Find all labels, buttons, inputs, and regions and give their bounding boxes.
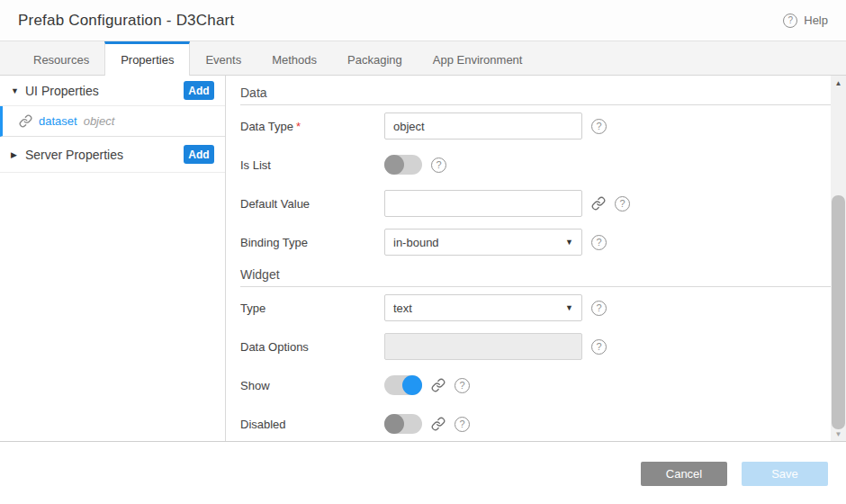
scroll-down-icon[interactable]: ▼ — [831, 427, 846, 441]
bind-link-icon — [19, 114, 32, 128]
help-icon[interactable]: ? — [591, 339, 607, 355]
tab-resources[interactable]: Resources — [18, 41, 104, 75]
toggle-knob — [402, 375, 422, 395]
field-label: Disabled — [240, 418, 384, 431]
tab-app-environment[interactable]: App Environment — [418, 41, 538, 75]
save-button[interactable]: Save — [742, 462, 828, 486]
chevron-down-icon: ▼ — [11, 86, 25, 95]
toggle-knob — [384, 414, 404, 434]
dialog-body: ▼ UI Properties Add dataset object ▶ Ser… — [0, 76, 846, 442]
sidebar-group-ui-properties[interactable]: ▼ UI Properties Add — [0, 76, 225, 106]
help-label: Help — [804, 14, 828, 27]
field-label: Default Value — [240, 197, 384, 211]
help-icon[interactable]: ? — [431, 158, 446, 173]
group-label: Server Properties — [25, 148, 184, 162]
tab-packaging[interactable]: Packaging — [332, 41, 418, 75]
required-asterisk: * — [296, 120, 301, 133]
binding-type-select[interactable]: in-bound ▼ — [384, 229, 582, 256]
section-title-data: Data — [240, 86, 841, 105]
section-title-widget: Widget — [240, 267, 841, 287]
bind-link-icon[interactable] — [591, 196, 606, 211]
field-row-data-type: Data Type* ? — [240, 112, 841, 140]
select-value: text — [393, 302, 412, 315]
scrollbar-thumb[interactable] — [832, 195, 845, 429]
add-server-property-button[interactable]: Add — [184, 145, 214, 164]
dropdown-arrow-icon: ▼ — [565, 238, 573, 247]
help-icon[interactable]: ? — [591, 119, 607, 134]
data-options-input — [384, 333, 582, 360]
tab-properties[interactable]: Properties — [104, 41, 190, 76]
chevron-right-icon: ▶ — [11, 150, 25, 159]
vertical-scrollbar[interactable]: ▲ ▼ — [831, 76, 846, 441]
field-row-default-value: Default Value ? — [240, 190, 841, 217]
is-list-toggle[interactable] — [384, 155, 422, 175]
cancel-button[interactable]: Cancel — [641, 462, 727, 486]
help-icon: ? — [783, 14, 797, 28]
default-value-input[interactable] — [384, 190, 582, 217]
tab-methods[interactable]: Methods — [256, 41, 332, 75]
group-label: UI Properties — [25, 84, 184, 98]
help-icon[interactable]: ? — [591, 301, 607, 316]
dropdown-arrow-icon: ▼ — [565, 303, 573, 312]
scroll-up-icon[interactable]: ▲ — [831, 76, 846, 90]
field-row-data-options: Data Options ? — [240, 333, 841, 360]
field-row-disabled: Disabled ? — [240, 410, 841, 437]
widget-type-select[interactable]: text ▼ — [384, 294, 582, 321]
tab-bar: Resources Properties Events Methods Pack… — [0, 41, 846, 76]
help-icon[interactable]: ? — [454, 378, 470, 393]
data-type-input[interactable] — [384, 112, 582, 140]
help-button[interactable]: ? Help — [783, 14, 828, 28]
help-icon[interactable]: ? — [591, 235, 607, 250]
field-row-type: Type text ▼ ? — [240, 294, 841, 321]
select-value: in-bound — [393, 236, 439, 249]
sidebar-item-dataset[interactable]: dataset object — [0, 106, 225, 137]
field-label: Show — [240, 379, 384, 392]
tab-events[interactable]: Events — [190, 41, 256, 75]
property-form: Data Data Type* ? Is List ? Default Valu… — [226, 76, 846, 441]
field-label: Is List — [240, 158, 384, 172]
prefab-configuration-dialog: Prefab Configuration - D3Chart ? Help Re… — [0, 0, 846, 504]
toggle-knob — [384, 155, 404, 175]
help-icon[interactable]: ? — [615, 196, 630, 212]
help-icon[interactable]: ? — [454, 417, 470, 432]
property-type: object — [84, 114, 115, 128]
properties-sidebar: ▼ UI Properties Add dataset object ▶ Ser… — [0, 76, 226, 441]
add-ui-property-button[interactable]: Add — [184, 81, 214, 100]
property-name: dataset — [39, 114, 77, 128]
bind-link-icon[interactable] — [431, 417, 446, 431]
bind-link-icon[interactable] — [431, 378, 446, 392]
field-row-show: Show ? — [240, 372, 841, 399]
sidebar-group-server-properties[interactable]: ▶ Server Properties Add — [0, 137, 225, 173]
dialog-header: Prefab Configuration - D3Chart ? Help — [0, 0, 846, 41]
field-row-binding-type: Binding Type in-bound ▼ ? — [240, 229, 841, 256]
field-label: Type — [240, 302, 384, 315]
field-row-is-list: Is List ? — [240, 151, 841, 178]
field-label: Data Options — [240, 340, 384, 354]
show-toggle[interactable] — [384, 375, 422, 395]
dialog-title: Prefab Configuration - D3Chart — [18, 12, 234, 30]
dialog-footer: Cancel Save — [0, 442, 846, 504]
field-label: Data Type* — [240, 120, 384, 133]
field-label: Binding Type — [240, 236, 384, 249]
disabled-toggle[interactable] — [384, 414, 422, 434]
